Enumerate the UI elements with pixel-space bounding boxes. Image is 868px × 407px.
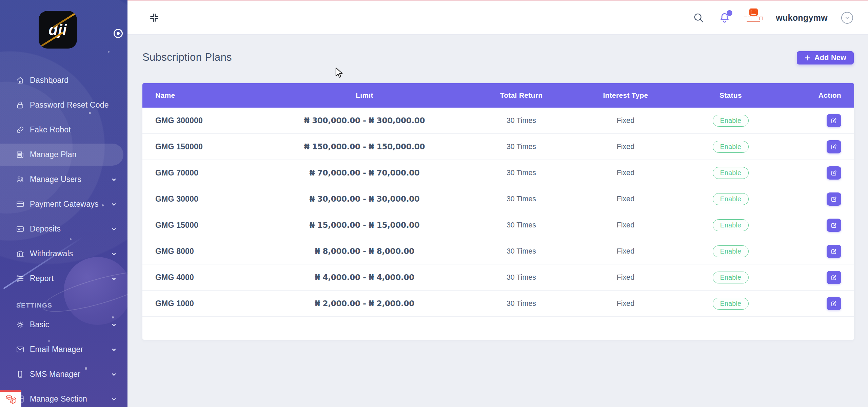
laravel-debugbar-badge[interactable] [0,390,21,407]
sidebar-item-payment-gateways[interactable]: Payment Gateways [0,192,127,217]
edit-icon [830,196,837,203]
sidebar-item-label: Deposits [30,224,61,234]
plan-limit: ₦ 2,000.00 - ₦ 2,000.00 [264,299,465,308]
column-header-status: Status [673,91,788,99]
plan-interest-type: Fixed [578,169,673,177]
add-new-button[interactable]: Add New [797,51,854,64]
app-logo: dji [39,11,77,49]
sidebar-item-label: Dashboard [30,76,68,85]
column-header-interest-type: Interest Type [578,91,673,99]
sidebar-item-label: Withdrawals [30,249,73,258]
plan-name: GMG 70000 [142,168,264,178]
edit-button[interactable] [827,297,841,310]
chevron-down-icon [111,251,117,257]
plan-interest-type: Fixed [578,221,673,229]
edit-icon [830,274,837,281]
sidebar-item-manage-users[interactable]: Manage Users [0,167,127,192]
sidebar-menu: DashboardPassword Reset CodeFake RobotMa… [0,68,127,407]
plan-interest-type: Fixed [578,143,673,151]
home-icon [16,76,25,85]
plan-name: GMG 150000 [142,142,264,151]
sidebar-item-withdrawals[interactable]: Withdrawals [0,241,127,266]
chevron-down-icon [111,346,117,353]
page-title: Subscription Plans [142,51,232,63]
plan-limit: ₦ 30,000.00 - ₦ 30,000.00 [264,195,465,203]
edit-button[interactable] [827,219,841,232]
edit-icon [830,248,837,255]
laravel-icon [5,393,17,406]
app-logo-text: dji [48,21,67,38]
sidebar-item-label: Password Reset Code [30,100,109,110]
chevron-down-icon [111,371,117,378]
status-badge: Enable [713,245,749,257]
wallet-icon [16,224,25,234]
plan-name: GMG 1000 [142,299,264,308]
edit-button[interactable] [827,271,841,284]
notifications-button[interactable] [718,11,731,24]
sidebar-item-fake-robot[interactable]: Fake Robot [0,117,127,142]
sidebar-item-password-reset-code[interactable]: Password Reset Code [0,93,127,117]
edit-icon [830,117,837,124]
plan-limit: ₦ 70,000.00 - ₦ 70,000.00 [264,168,465,177]
plus-icon [804,55,811,61]
plan-name: GMG 8000 [142,247,264,256]
plan-total-return: 30 Times [465,247,578,256]
edit-button[interactable] [827,166,841,180]
status-badge: Enable [713,272,749,283]
chevron-down-icon [111,396,117,403]
report-icon [16,274,25,283]
sidebar-item-report[interactable]: Report [0,266,127,291]
mail-icon [16,345,25,354]
user-menu-button[interactable] [841,12,853,24]
chevron-down-icon [111,176,117,183]
avatar[interactable] [745,8,762,27]
link-icon [16,125,25,134]
edit-icon [830,169,837,177]
status-badge: Enable [713,115,749,127]
username[interactable]: wukongymw [776,13,828,23]
sidebar-item-label: SMS Manager [30,370,80,379]
lock-icon [16,100,25,110]
table-row: GMG 300000₦ 300,000.00 - ₦ 300,000.0030 … [142,108,854,134]
plan-name: GMG 15000 [142,221,264,230]
edit-button[interactable] [827,245,841,258]
chevron-down-icon [111,321,117,328]
column-header-name: Name [142,91,264,99]
table-row: GMG 70000₦ 70,000.00 - ₦ 70,000.0030 Tim… [142,160,854,186]
search-button[interactable] [692,12,705,24]
plan-interest-type: Fixed [578,273,673,282]
avatar-logo-mark [749,8,758,16]
sidebar-item-label: Payment Gateways [30,200,99,209]
chevron-down-icon [111,226,117,233]
sidebar-item-basic[interactable]: Basic [0,312,127,337]
search-icon [692,12,705,24]
table-row: GMG 1000₦ 2,000.00 - ₦ 2,000.0030 TimesF… [142,291,854,317]
sidebar-item-label: Manage Section [30,394,87,404]
main-content: Subscription Plans Add New Name Limit To… [127,34,868,407]
gear-icon [16,320,25,329]
sidebar-collapse-button[interactable] [146,10,162,25]
table-body: GMG 300000₦ 300,000.00 - ₦ 300,000.0030 … [142,108,854,317]
table-row: GMG 150000₦ 150,000.00 - ₦ 150,000.0030 … [142,134,854,160]
plan-name: GMG 30000 [142,195,264,204]
table-row: GMG 15000₦ 15,000.00 - ₦ 15,000.0030 Tim… [142,212,854,238]
plan-interest-type: Fixed [578,116,673,125]
plan-total-return: 30 Times [465,195,578,203]
notification-dot [727,10,732,16]
edit-button[interactable] [827,114,841,127]
sidebar-item-sms-manager[interactable]: SMS Manager [0,362,127,387]
plan-interest-type: Fixed [578,195,673,203]
status-badge: Enable [713,141,749,153]
status-badge: Enable [713,298,749,310]
edit-button[interactable] [827,192,841,206]
sidebar-item-dashboard[interactable]: Dashboard [0,68,127,93]
sidebar-toggle-icon[interactable] [114,29,123,38]
sidebar-item-email-manager[interactable]: Email Manager [0,337,127,362]
sidebar-item-manage-plan[interactable]: Manage Plan [0,142,127,167]
plan-limit: ₦ 150,000.00 - ₦ 150,000.00 [264,142,465,151]
sidebar-item-label: Basic [30,320,49,329]
phone-icon [16,370,25,379]
edit-button[interactable] [827,140,841,153]
sidebar-item-deposits[interactable]: Deposits [0,217,127,241]
bank-icon [16,249,25,258]
